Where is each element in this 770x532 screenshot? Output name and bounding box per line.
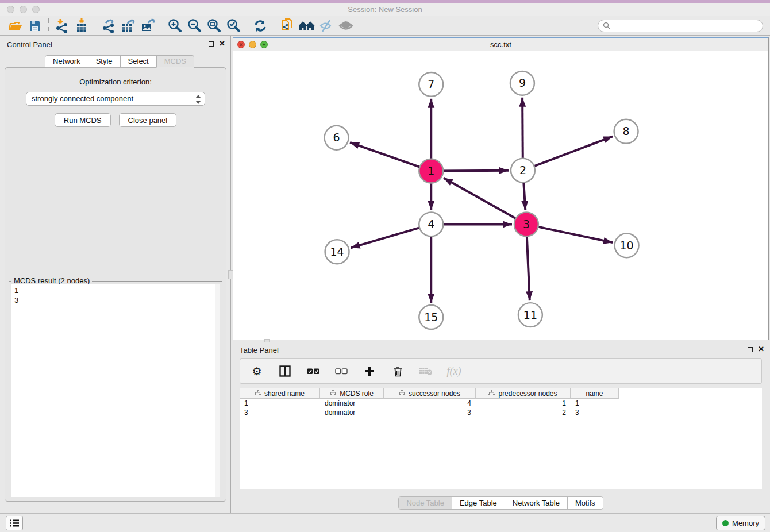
node-1[interactable]: 1 (419, 159, 443, 183)
edge-3-1[interactable] (444, 178, 526, 225)
close-panel-button[interactable]: Close panel (119, 113, 177, 127)
node-7[interactable]: 7 (419, 72, 443, 97)
column-header-MCDS-role[interactable]: MCDS role (320, 388, 384, 399)
session-title: Session: New Session (0, 5, 770, 14)
node-4[interactable]: 4 (419, 212, 443, 236)
zoom-in-button[interactable] (165, 17, 184, 34)
search-box[interactable] (598, 20, 763, 32)
task-history-button[interactable] (6, 516, 23, 530)
table-cell[interactable]: 3 (384, 408, 476, 417)
tab-motifs[interactable]: Motifs (567, 497, 603, 509)
tab-node-table[interactable]: Node Table (399, 497, 452, 509)
mcds-result-area[interactable]: 1 3 (11, 284, 220, 497)
node-2[interactable]: 2 (511, 159, 535, 183)
select-updown-icon (195, 94, 201, 109)
node-11[interactable]: 11 (518, 303, 542, 327)
node-table[interactable]: shared nameMCDS rolesuccessor nodesprede… (240, 388, 762, 489)
first-neighbors-button[interactable] (297, 17, 317, 34)
hide-selected-button[interactable] (317, 17, 336, 34)
refresh-button[interactable] (251, 17, 270, 34)
close-panel-icon[interactable]: ✕ (219, 39, 225, 48)
import-network-button[interactable] (52, 17, 72, 34)
column-header-name[interactable]: name (571, 388, 619, 399)
table-cell[interactable]: dominator (320, 408, 384, 417)
zoom-selected-button[interactable] (224, 17, 243, 34)
zoom-out-button[interactable] (184, 17, 204, 34)
edge-2-8[interactable] (523, 137, 613, 171)
node-15[interactable]: 15 (419, 305, 443, 329)
table-row[interactable]: 3dominator323 (240, 408, 762, 417)
node-label: 4 (428, 218, 434, 230)
tab-mcds[interactable]: MCDS (156, 55, 194, 68)
close-table-panel-icon[interactable]: ✕ (758, 345, 764, 353)
memory-button[interactable]: Memory (716, 516, 765, 530)
float-table-panel-icon[interactable] (748, 347, 753, 352)
search-input[interactable] (613, 22, 758, 30)
tab-network-table[interactable]: Network Table (505, 497, 567, 509)
table-cell[interactable]: dominator (320, 399, 384, 408)
tab-select[interactable]: Select (120, 55, 157, 68)
hierarchy-icon (255, 390, 261, 398)
delete-row-button[interactable] (391, 364, 405, 378)
optimization-criterion-label: Optimization criterion: (5, 78, 226, 86)
mcds-result-text: 1 3 (11, 284, 220, 307)
table-panes-button[interactable] (278, 364, 292, 378)
app-titlebar: Session: New Session (0, 3, 770, 16)
add-row-button[interactable] (363, 364, 376, 378)
tab-style[interactable]: Style (88, 55, 121, 68)
column-header-successor-nodes[interactable]: successor nodes (384, 388, 476, 399)
edge-3-10[interactable] (526, 224, 613, 242)
edge-1-6[interactable] (350, 142, 431, 171)
column-header-shared-name[interactable]: shared name (240, 388, 320, 399)
criterion-select[interactable]: strongly connected component (26, 92, 205, 106)
table-cell[interactable]: 4 (384, 399, 476, 408)
column-header-predecessor-nodes[interactable]: predecessor nodes (476, 388, 571, 399)
export-table-button[interactable] (118, 17, 138, 34)
column-settings-button[interactable]: ⚙ (250, 364, 264, 378)
node-10[interactable]: 10 (615, 233, 639, 257)
delete-table-button[interactable] (419, 364, 433, 378)
table-cell[interactable]: 2 (476, 408, 571, 417)
new-network-from-selection-button[interactable] (278, 17, 297, 34)
table-cell[interactable]: 1 (240, 399, 320, 408)
tab-network[interactable]: Network (45, 55, 88, 68)
node-3[interactable]: 3 (514, 212, 538, 236)
select-all-button[interactable] (306, 364, 320, 378)
vertical-splitter[interactable] (230, 36, 232, 513)
open-file-button[interactable] (6, 17, 25, 34)
hierarchy-icon (330, 390, 336, 398)
node-9[interactable]: 9 (510, 71, 534, 95)
table-cell[interactable]: 3 (240, 408, 320, 417)
table-row[interactable]: 1dominator411 (240, 399, 762, 408)
horizontal-splitter-grip[interactable] (264, 339, 270, 342)
export-network-button[interactable] (99, 17, 118, 34)
table-cell[interactable]: 1 (476, 399, 571, 408)
network-title: scc.txt (233, 40, 768, 49)
hierarchy-icon (399, 390, 405, 398)
save-session-button[interactable] (25, 17, 45, 34)
float-panel-icon[interactable] (209, 41, 214, 47)
zoom-fit-button[interactable] (204, 17, 224, 34)
toolbar-separator (48, 18, 49, 33)
show-all-button[interactable] (336, 17, 356, 34)
node-label: 8 (623, 125, 630, 137)
tab-edge-table[interactable]: Edge Table (452, 497, 505, 509)
search-icon (603, 22, 610, 29)
export-image-button[interactable] (138, 17, 157, 34)
node-14[interactable]: 14 (325, 240, 349, 264)
result-scrollbar[interactable] (215, 284, 220, 497)
run-mcds-button[interactable]: Run MCDS (55, 113, 111, 127)
function-builder-button[interactable]: f(x) (447, 364, 461, 378)
deselect-all-button[interactable] (334, 364, 348, 378)
node-label: 6 (333, 131, 340, 144)
table-cell[interactable]: 1 (571, 399, 619, 408)
network-canvas[interactable]: 1234678910111415 (233, 51, 768, 340)
import-table-button[interactable] (72, 17, 91, 34)
node-6[interactable]: 6 (325, 126, 349, 150)
node-8[interactable]: 8 (614, 119, 638, 144)
main-toolbar (0, 16, 770, 36)
table-cell[interactable]: 3 (571, 408, 619, 417)
table-panel-header: Table Panel ✕ (233, 343, 769, 357)
table-tabs: Node TableEdge TableNetwork TableMotifs (233, 496, 769, 510)
graph-canvas[interactable]: 1234678910111415 (233, 51, 768, 340)
